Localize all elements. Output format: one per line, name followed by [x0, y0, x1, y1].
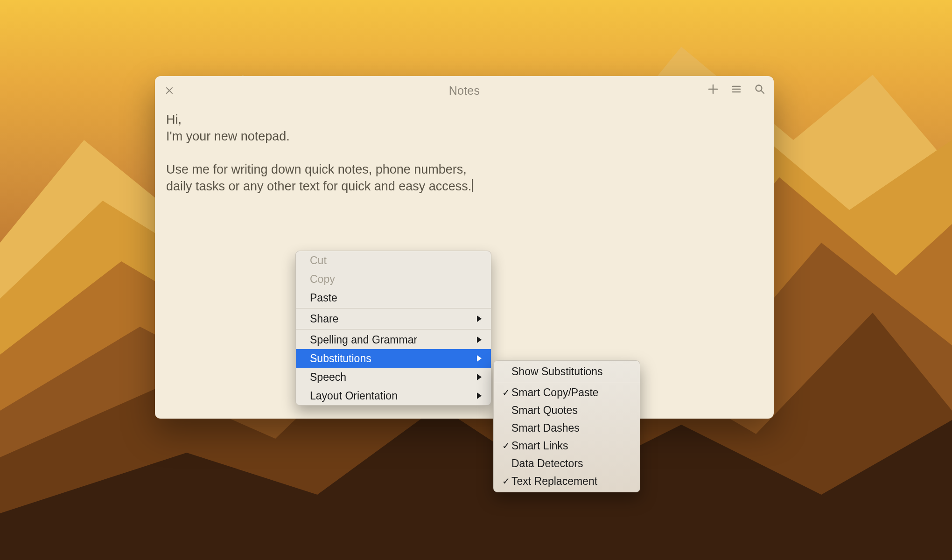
submenu-label: Show Substitutions [511, 365, 603, 378]
search-icon [755, 84, 765, 94]
search-button[interactable] [753, 83, 766, 96]
check-icon: ✓ [500, 440, 511, 451]
menu-item-spelling[interactable]: Spelling and Grammar [296, 330, 491, 349]
menu-item-speech[interactable]: Speech [296, 368, 491, 386]
menu-separator [296, 329, 491, 329]
submenu-label: Smart Quotes [511, 404, 578, 417]
plus-icon [708, 84, 718, 94]
menu-label: Layout Orientation [310, 390, 398, 402]
menu-label: Spelling and Grammar [310, 334, 417, 346]
note-line: Hi, [166, 112, 763, 128]
submenu-label: Text Replacement [511, 475, 597, 488]
menu-item-cut[interactable]: Cut [296, 251, 491, 270]
menu-item-layout[interactable]: Layout Orientation [296, 386, 491, 405]
menu-item-paste[interactable]: Paste [296, 288, 491, 307]
submenu-item-text-replacement[interactable]: ✓ Text Replacement [494, 472, 640, 490]
add-button[interactable] [707, 83, 720, 96]
note-line: I'm your new notepad. [166, 128, 763, 145]
menu-label: Substitutions [310, 352, 371, 365]
check-icon: ✓ [500, 387, 511, 398]
chevron-right-icon [477, 355, 482, 362]
menu-separator [494, 382, 640, 382]
list-button[interactable] [730, 83, 743, 96]
menu-item-substitutions[interactable]: Substitutions [296, 349, 491, 368]
chevron-right-icon [477, 374, 482, 380]
note-line: daily tasks or any other text for quick … [166, 178, 763, 195]
titlebar: Notes [155, 76, 774, 105]
submenu-label: Data Detectors [511, 457, 583, 470]
close-icon [166, 87, 173, 94]
menu-separator [296, 308, 491, 308]
submenu-item-smart-quotes[interactable]: Smart Quotes [494, 401, 640, 419]
menu-item-share[interactable]: Share [296, 309, 491, 328]
toolbar-icons [707, 83, 766, 96]
submenu-item-show-substitutions[interactable]: Show Substitutions [494, 363, 640, 380]
chevron-right-icon [477, 392, 482, 399]
submenu-label: Smart Dashes [511, 422, 580, 434]
close-button[interactable] [163, 84, 175, 97]
submenu-item-smart-links[interactable]: ✓ Smart Links [494, 437, 640, 455]
submenu-label: Smart Links [511, 440, 568, 452]
menu-item-copy[interactable]: Copy [296, 270, 491, 288]
submenu-item-data-detectors[interactable]: Data Detectors [494, 455, 640, 472]
check-icon: ✓ [500, 476, 511, 487]
list-icon [731, 84, 742, 94]
substitutions-submenu: Show Substitutions ✓ Smart Copy/Paste Sm… [493, 360, 640, 492]
menu-label: Copy [310, 273, 335, 286]
chevron-right-icon [477, 315, 482, 322]
text-cursor [472, 179, 473, 192]
menu-label: Share [310, 313, 338, 325]
context-menu: Cut Copy Paste Share Spelling and Gramma… [295, 251, 491, 406]
menu-label: Speech [310, 371, 346, 384]
submenu-item-smart-dashes[interactable]: Smart Dashes [494, 419, 640, 437]
note-line: Use me for writing down quick notes, pho… [166, 161, 763, 178]
submenu-item-smart-copy[interactable]: ✓ Smart Copy/Paste [494, 384, 640, 401]
note-body[interactable]: Hi, I'm your new notepad. Use me for wri… [155, 105, 774, 195]
menu-label: Paste [310, 292, 337, 304]
submenu-label: Smart Copy/Paste [511, 386, 599, 399]
window-title: Notes [449, 84, 480, 98]
chevron-right-icon [477, 336, 482, 343]
menu-label: Cut [310, 254, 327, 267]
